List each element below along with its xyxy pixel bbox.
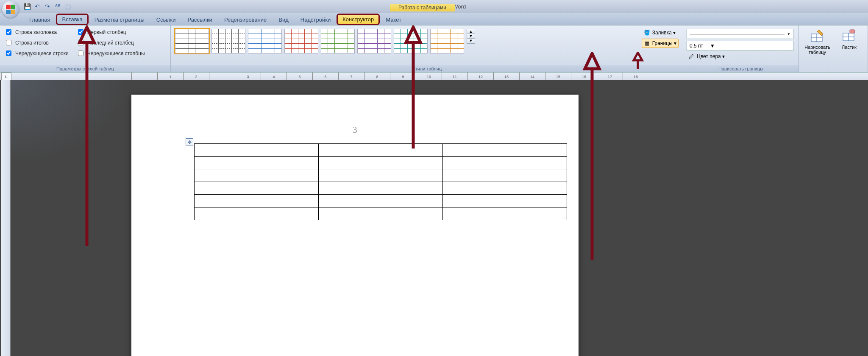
office-logo-icon <box>6 5 15 14</box>
gallery-scroll: ▲ ▼ ▼ <box>467 29 475 44</box>
table-style-1[interactable] <box>175 29 209 53</box>
table-styles-gallery: ▲ ▼ ▼ <box>173 27 640 65</box>
text-cursor <box>196 145 196 153</box>
group-label-styles: Стили таблиц <box>171 65 683 72</box>
check-total-row[interactable]: Строка итогов <box>4 39 69 47</box>
tab-insert[interactable]: Вставка <box>56 14 88 25</box>
pen-icon: 🖊 <box>688 53 695 60</box>
table-style-5[interactable] <box>321 29 355 53</box>
pencil-table-icon <box>810 29 825 43</box>
check-banded-cols[interactable]: Чередующиеся столбцы <box>76 49 145 57</box>
eraser-icon <box>842 29 857 43</box>
redo-icon[interactable]: ↷ <box>44 3 51 10</box>
pen-color-button[interactable]: 🖊Цвет пера ▾ <box>687 52 795 61</box>
quick-access-toolbar: 💾 ↶ ↷ ᴬᴮ ▢ <box>23 3 72 10</box>
line-weight-select[interactable]: 0,5 пт▼ <box>687 41 793 51</box>
check-last-col[interactable]: Последний столбец <box>76 39 145 47</box>
shadow-decoration <box>10 80 129 165</box>
gallery-more-icon[interactable]: ▼ <box>467 39 475 43</box>
group-label-options: Параметры стилей таблиц <box>0 65 170 72</box>
svg-rect-6 <box>850 30 855 33</box>
tab-page-layout[interactable]: Разметка страницы <box>89 14 150 25</box>
tab-view[interactable]: Вид <box>273 14 295 25</box>
table-style-6[interactable] <box>357 29 391 53</box>
eraser-button[interactable]: Ластик <box>833 27 865 51</box>
table-style-8[interactable] <box>430 29 464 53</box>
undo-icon[interactable]: ↶ <box>33 3 41 10</box>
group-table-styles: ▲ ▼ ▼ 🪣Заливка ▾ ▦Границы ▾ Стили таблиц <box>171 25 683 72</box>
gallery-up-icon[interactable]: ▲ <box>467 29 475 34</box>
table-resize-handle[interactable] <box>563 215 566 218</box>
office-button[interactable] <box>2 1 19 18</box>
borders-button[interactable]: ▦Границы ▾ <box>642 39 679 48</box>
table-move-handle[interactable]: ✥ <box>186 138 193 146</box>
borders-icon: ▦ <box>644 40 651 47</box>
group-table-style-options: Строка заголовка Строка итогов Чередующи… <box>0 25 171 72</box>
context-tab-title: Работа с таблицами <box>390 4 455 11</box>
title-bar: 💾 ↶ ↷ ᴬᴮ ▢ док.docx - Microsoft Word Раб… <box>0 0 868 13</box>
new-doc-icon[interactable]: ▢ <box>64 3 72 10</box>
chevron-down-icon: ▼ <box>787 32 790 36</box>
tab-review[interactable]: Рецензирование <box>218 14 273 25</box>
draw-table-button[interactable]: Нарисовать таблицу <box>801 27 833 56</box>
shading-button[interactable]: 🪣Заливка ▾ <box>642 28 679 37</box>
tab-references[interactable]: Ссылки <box>150 14 182 25</box>
bucket-icon: 🪣 <box>644 29 651 36</box>
table-style-7[interactable] <box>394 29 428 53</box>
document-workspace: 3 ✥ <box>0 80 868 356</box>
vertical-ruler[interactable] <box>1 80 11 356</box>
group-label-draw: Нарисовать границы <box>683 65 798 72</box>
group-draw-tools: Нарисовать таблицу Ластик <box>799 25 868 72</box>
check-banded-rows[interactable]: Чередующиеся строки <box>4 49 69 57</box>
save-icon[interactable]: 💾 <box>23 3 31 10</box>
tab-design[interactable]: Конструктор <box>337 14 380 25</box>
line-style-select[interactable]: ▼ <box>687 29 793 39</box>
ribbon-tabs: Главная Вставка Разметка страницы Ссылки… <box>0 13 868 25</box>
table-style-2[interactable] <box>211 29 245 53</box>
document-table[interactable] <box>194 143 567 220</box>
gallery-down-icon[interactable]: ▼ <box>467 34 475 39</box>
chevron-down-icon: ▼ <box>710 43 715 49</box>
group-draw-borders: ▼ 0,5 пт▼ 🖊Цвет пера ▾ Нарисовать границ… <box>683 25 799 72</box>
page-number: 3 <box>353 125 357 135</box>
check-first-col[interactable]: Первый столбец <box>76 28 145 36</box>
table-style-3[interactable] <box>248 29 282 53</box>
table-style-4[interactable] <box>284 29 318 53</box>
tab-mailings[interactable]: Рассылки <box>182 14 218 25</box>
tab-layout[interactable]: Макет <box>380 14 407 25</box>
document-page[interactable]: 3 ✥ <box>131 95 579 356</box>
spellcheck-icon[interactable]: ᴬᴮ <box>54 3 61 10</box>
ribbon: Строка заголовка Строка итогов Чередующи… <box>0 25 868 73</box>
tab-addins[interactable]: Надстройки <box>295 14 337 25</box>
tab-home[interactable]: Главная <box>23 14 56 25</box>
check-header-row[interactable]: Строка заголовка <box>4 28 69 36</box>
